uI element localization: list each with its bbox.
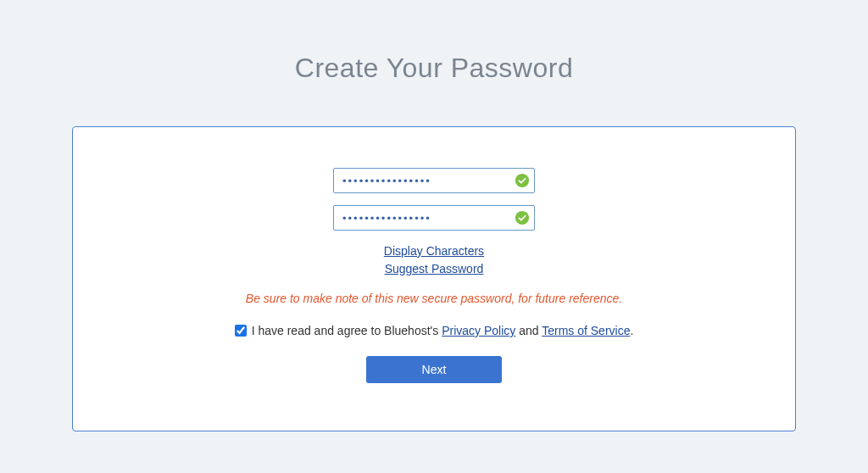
next-button[interactable]: Next bbox=[366, 356, 502, 383]
privacy-policy-link[interactable]: Privacy Policy bbox=[442, 324, 515, 337]
password-field-wrap bbox=[333, 168, 535, 193]
svg-point-0 bbox=[515, 174, 529, 187]
consent-checkbox[interactable] bbox=[235, 325, 247, 337]
password-card: Display Characters Suggest Password Be s… bbox=[72, 126, 796, 431]
check-circle-icon bbox=[515, 173, 530, 188]
consent-text: I have read and agree to Bluehost's Priv… bbox=[252, 324, 634, 337]
consent-row: I have read and agree to Bluehost's Priv… bbox=[107, 324, 761, 337]
suggest-password-link[interactable]: Suggest Password bbox=[385, 260, 484, 278]
confirm-password-field-wrap bbox=[333, 205, 535, 231]
confirm-password-input[interactable] bbox=[333, 205, 535, 231]
password-hint: Be sure to make note of this new secure … bbox=[107, 292, 761, 305]
display-characters-link[interactable]: Display Characters bbox=[384, 242, 484, 260]
consent-prefix: I have read and agree to Bluehost's bbox=[252, 324, 442, 337]
check-circle-icon bbox=[515, 210, 530, 225]
consent-middle: and bbox=[515, 324, 542, 337]
consent-suffix: . bbox=[630, 324, 633, 337]
helper-links: Display Characters Suggest Password bbox=[107, 242, 761, 278]
password-input[interactable] bbox=[333, 168, 535, 193]
svg-point-1 bbox=[515, 211, 529, 225]
page-title: Create Your Password bbox=[0, 0, 868, 126]
terms-of-service-link[interactable]: Terms of Service bbox=[542, 324, 630, 337]
